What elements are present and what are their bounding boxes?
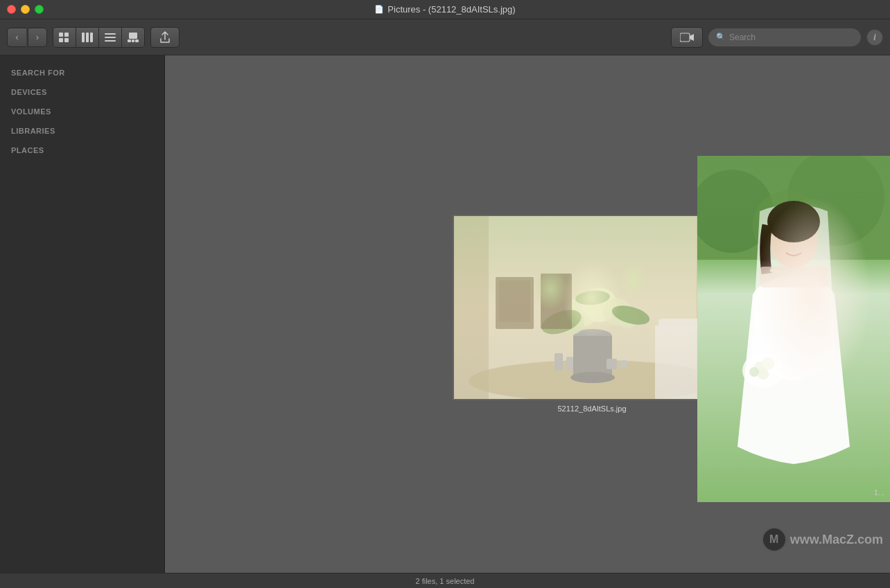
search-input[interactable]: [729, 33, 853, 42]
sidebar-section-libraries: Libraries: [0, 121, 164, 140]
svg-point-26: [616, 306, 638, 328]
search-box[interactable]: 🔍: [708, 28, 861, 46]
flower-photo-svg: [454, 215, 730, 400]
svg-rect-30: [555, 353, 563, 371]
svg-rect-36: [499, 280, 530, 322]
flower-photo: [454, 215, 730, 400]
svg-rect-34: [496, 277, 534, 329]
svg-point-22: [567, 296, 597, 327]
sidebar-section-places: Places: [0, 140, 164, 159]
bride-photo: [697, 156, 890, 502]
column-view-button[interactable]: [76, 28, 99, 47]
right-photo-container[interactable]: 1...: [697, 156, 890, 502]
svg-rect-15: [454, 215, 730, 400]
svg-rect-13: [135, 39, 139, 42]
svg-rect-41: [697, 260, 890, 502]
main-layout: Search For Devices Volumes Libraries Pla…: [0, 55, 890, 573]
svg-rect-10: [129, 33, 137, 39]
svg-point-43: [787, 156, 884, 246]
cover-view-button[interactable]: [122, 28, 144, 47]
camera-button[interactable]: [671, 27, 703, 48]
selected-photo-label: 52112_8dAItSLs.jpg: [557, 404, 626, 413]
window-title: 📄 Pictures - (52112_8dAItSLs.jpg): [374, 4, 515, 15]
sidebar-label-volumes: Volumes: [0, 104, 164, 118]
bride-photo-svg: [697, 156, 890, 502]
svg-rect-11: [128, 39, 131, 42]
svg-rect-5: [86, 33, 89, 42]
svg-rect-32: [607, 359, 617, 369]
svg-rect-1: [64, 33, 69, 37]
sidebar-section-volumes: Volumes: [0, 101, 164, 121]
sidebar-label-search: Search For: [0, 65, 164, 79]
svg-point-51: [758, 368, 769, 380]
svg-rect-31: [566, 357, 573, 371]
icon-view-button[interactable]: [53, 28, 76, 47]
sidebar-label-libraries: Libraries: [0, 123, 164, 137]
svg-rect-47: [760, 267, 828, 287]
file-icon: 📄: [374, 5, 384, 14]
svg-rect-7: [105, 33, 116, 35]
status-text: 2 files, 1 selected: [416, 577, 475, 585]
nav-buttons: ‹ ›: [7, 28, 47, 47]
sidebar-label-devices: Devices: [0, 84, 164, 98]
close-button[interactable]: [7, 5, 16, 14]
view-buttons: [53, 27, 145, 48]
svg-rect-3: [64, 38, 69, 42]
svg-point-27: [539, 305, 585, 339]
info-button[interactable]: i: [866, 29, 883, 46]
svg-point-50: [762, 357, 774, 370]
svg-rect-9: [105, 40, 116, 42]
back-button[interactable]: ‹: [7, 28, 26, 47]
watermark: M www.MacZ.com: [762, 527, 883, 552]
svg-rect-4: [82, 33, 85, 42]
svg-point-44: [753, 190, 822, 260]
minimize-button[interactable]: [21, 5, 30, 14]
svg-rect-20: [573, 336, 612, 377]
sidebar-label-places: Places: [0, 143, 164, 157]
list-view-button[interactable]: [99, 28, 122, 47]
svg-point-42: [697, 170, 774, 253]
content-area: 52112_8dAItSLs.jpg: [165, 55, 890, 573]
svg-rect-14: [680, 33, 690, 42]
svg-point-23: [582, 287, 617, 322]
svg-rect-0: [59, 33, 63, 37]
right-photo-number: 1...: [874, 488, 884, 497]
watermark-icon: M: [762, 527, 787, 552]
watermark-text: www.MacZ.com: [790, 533, 883, 547]
svg-rect-39: [697, 156, 890, 502]
svg-point-24: [603, 298, 631, 326]
svg-point-48: [742, 353, 784, 388]
sidebar-section-search: Search For: [0, 62, 164, 82]
svg-point-52: [749, 367, 759, 377]
maximize-button[interactable]: [35, 5, 44, 14]
svg-rect-12: [132, 39, 134, 42]
selected-photo-container[interactable]: 52112_8dAItSLs.jpg: [453, 215, 731, 413]
title-bar: 📄 Pictures - (52112_8dAItSLs.jpg): [0, 0, 890, 19]
svg-rect-35: [541, 274, 572, 329]
svg-point-28: [610, 302, 652, 328]
svg-rect-33: [620, 360, 627, 368]
svg-point-29: [575, 289, 611, 306]
forward-button[interactable]: ›: [28, 28, 47, 47]
svg-rect-6: [90, 33, 93, 42]
svg-point-18: [469, 360, 718, 400]
right-photo-frame[interactable]: [697, 156, 890, 502]
share-button[interactable]: [150, 27, 180, 48]
sidebar: Search For Devices Volumes Libraries Pla…: [0, 55, 165, 573]
traffic-lights: [7, 5, 44, 14]
svg-rect-40: [697, 156, 890, 294]
svg-point-25: [559, 310, 584, 335]
sidebar-section-devices: Devices: [0, 82, 164, 101]
toolbar: ‹ ›: [0, 19, 890, 55]
svg-point-19: [573, 329, 612, 343]
svg-point-49: [754, 362, 765, 373]
selected-photo-frame[interactable]: [453, 215, 731, 400]
svg-rect-8: [105, 37, 116, 38]
title-text: Pictures - (52112_8dAItSLs.jpg): [387, 4, 515, 15]
svg-point-45: [769, 210, 818, 268]
svg-rect-16: [489, 215, 697, 400]
svg-rect-2: [59, 38, 63, 42]
svg-point-21: [570, 372, 615, 383]
search-icon: 🔍: [716, 33, 726, 42]
svg-point-46: [767, 201, 820, 242]
